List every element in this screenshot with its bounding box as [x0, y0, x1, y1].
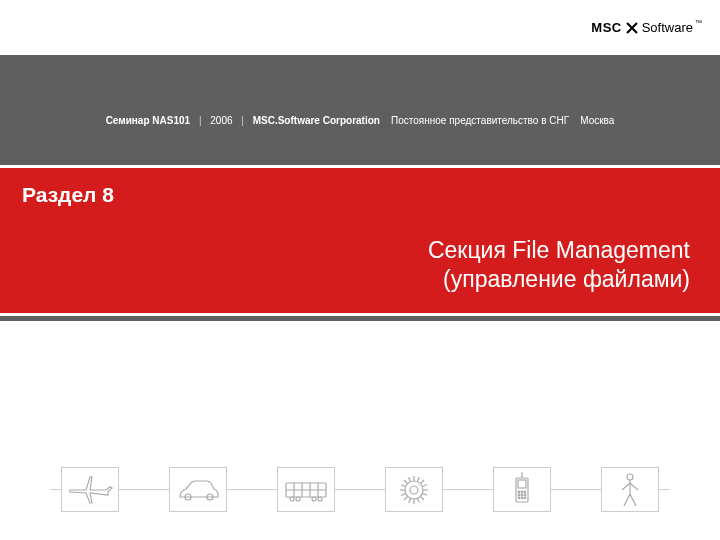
- section-label: Раздел 8: [22, 183, 114, 207]
- svg-line-28: [401, 484, 406, 486]
- car-icon: [169, 467, 227, 512]
- svg-line-25: [418, 498, 420, 503]
- logo-bar: MSC Software ™: [0, 0, 720, 55]
- svg-line-24: [422, 493, 427, 495]
- person-icon: [601, 467, 659, 512]
- logo-text-software: Software: [642, 20, 693, 35]
- svg-point-41: [524, 497, 526, 499]
- svg-point-42: [627, 474, 633, 480]
- meta-company: MSC.Software Corporation: [253, 115, 380, 126]
- svg-line-44: [622, 483, 630, 490]
- svg-line-19: [421, 496, 425, 500]
- svg-point-38: [524, 494, 526, 496]
- meta-city: Москва: [580, 115, 614, 126]
- svg-point-35: [524, 491, 526, 493]
- logo-x-icon: [625, 21, 639, 35]
- svg-point-39: [518, 497, 520, 499]
- phone-icon: [493, 467, 551, 512]
- svg-line-47: [630, 494, 636, 506]
- svg-point-9: [296, 497, 300, 501]
- svg-point-11: [318, 497, 322, 501]
- svg-point-12: [405, 481, 423, 499]
- gray-accent-line: [0, 316, 720, 321]
- svg-point-8: [290, 497, 294, 501]
- svg-line-22: [417, 477, 419, 482]
- svg-line-23: [422, 484, 427, 486]
- airplane-icon: [61, 467, 119, 512]
- svg-point-34: [521, 491, 523, 493]
- gear-icon: [385, 467, 443, 512]
- svg-line-26: [409, 498, 411, 503]
- svg-line-18: [404, 480, 408, 484]
- svg-line-20: [421, 480, 425, 484]
- section-title-line1: Секция File Management: [428, 236, 690, 265]
- svg-line-27: [401, 493, 406, 495]
- slide-meta-line: Семинар NAS101 | 2006 | MSC.Software Cor…: [0, 115, 720, 126]
- trademark-icon: ™: [695, 19, 702, 26]
- svg-point-10: [312, 497, 316, 501]
- svg-line-29: [409, 477, 411, 482]
- svg-point-36: [518, 494, 520, 496]
- section-title: Секция File Management (управление файла…: [428, 236, 690, 294]
- bus-icon: [277, 467, 335, 512]
- svg-point-40: [521, 497, 523, 499]
- svg-point-13: [410, 486, 418, 494]
- svg-point-33: [518, 491, 520, 493]
- svg-line-46: [624, 494, 630, 506]
- meta-rep: Постоянное представительство в СНГ: [391, 115, 569, 126]
- title-red-block: Раздел 8 Секция File Management (управле…: [0, 168, 720, 313]
- svg-rect-31: [518, 480, 526, 488]
- logo-text-msc: MSC: [591, 20, 621, 35]
- section-title-line2: (управление файлами): [428, 265, 690, 294]
- industry-icons-row: [0, 467, 720, 512]
- svg-line-21: [404, 496, 408, 500]
- meta-year: 2006: [210, 115, 232, 126]
- svg-point-37: [521, 494, 523, 496]
- meta-seminar: Семинар NAS101: [106, 115, 190, 126]
- msc-software-logo: MSC Software ™: [591, 20, 702, 35]
- svg-line-45: [630, 483, 638, 490]
